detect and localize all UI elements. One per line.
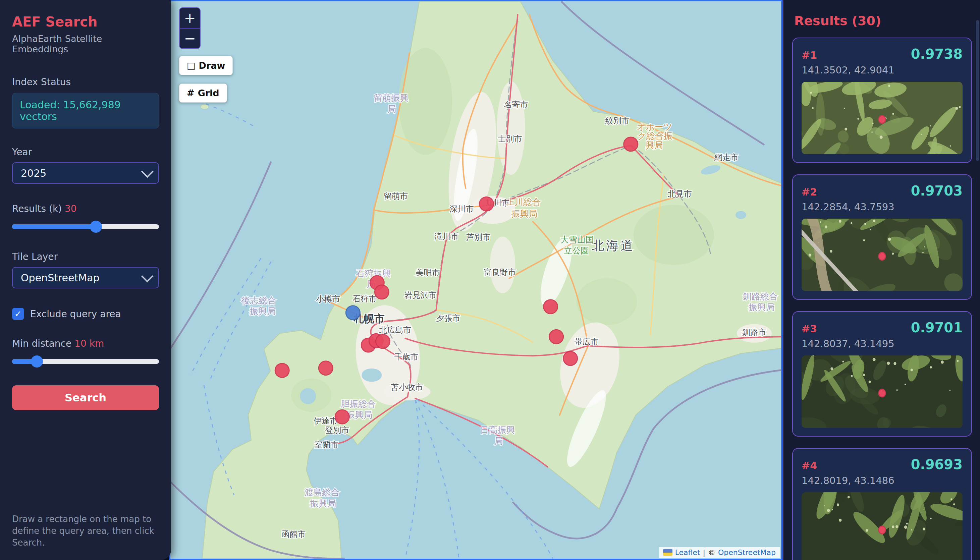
result-card[interactable]: #2 0.9703 142.2854, 43.7593: [792, 174, 972, 300]
map-label: 千歳市: [394, 352, 418, 362]
min-distance-label: Min distance 10 km: [12, 338, 159, 349]
min-distance-slider-knob[interactable]: [31, 355, 43, 368]
result-card[interactable]: #4 0.9693 142.8019, 43.1486: [792, 448, 972, 560]
draw-hint-text: Draw a rectangle on the map to define th…: [12, 513, 159, 548]
result-map-marker[interactable]: [624, 137, 638, 151]
map-label: 苫小牧市: [391, 383, 423, 392]
query-map-marker[interactable]: [346, 306, 360, 320]
search-button[interactable]: Search: [12, 385, 159, 410]
map-label: 紋別市: [605, 116, 630, 125]
map-label: 後志総合: [241, 295, 276, 305]
min-distance-label-text: Min distance: [12, 338, 72, 349]
tile-layer-select[interactable]: OpenStreetMap: [12, 267, 159, 288]
map-label: 興局: [646, 140, 663, 150]
map-attribution: Leaflet | © OpenStreetMap: [659, 547, 780, 558]
map-canvas[interactable]: 名寄市紋別市士別市網走市北見市留萌市旭川市深川市滝川市芦別市美唄市富良野市岩見沢…: [169, 0, 782, 560]
result-satellite-thumbnail: [802, 218, 963, 291]
tile-layer-select-value: OpenStreetMap: [21, 272, 100, 284]
map-label: 留萌振興: [373, 93, 408, 103]
results-panel: Results (30) #1 0.9738 141.3502, 42.9041…: [782, 0, 980, 560]
result-rank: #2: [802, 186, 817, 198]
map-label: 釧路市: [742, 328, 767, 337]
result-rank: #1: [802, 49, 817, 61]
result-card[interactable]: #3 0.9701 142.8037, 43.1495: [792, 311, 972, 437]
map-label: 岩見沢市: [404, 290, 436, 300]
result-coordinates: 142.8019, 43.1486: [802, 475, 963, 486]
zoom-in-button[interactable]: +: [180, 8, 200, 28]
map-label: 上川総合: [506, 197, 541, 207]
map-label: 芦別市: [467, 232, 491, 242]
map-label: 胆振総合: [341, 399, 376, 409]
thumbnail-location-dot: [879, 389, 886, 397]
app-subtitle: AlphaEarth Satellite Embeddings: [12, 33, 159, 54]
map-label: 夕張市: [436, 313, 460, 323]
results-list: #1 0.9738 141.3502, 42.9041 #2 0.9703 14…: [792, 38, 972, 560]
index-status-label: Index Status: [12, 77, 159, 88]
year-select-value: 2025: [21, 167, 46, 179]
map-label: 振興局: [310, 498, 336, 508]
index-status-value: Loaded: 15,662,989 vectors: [12, 93, 159, 128]
map-label: 振興局: [346, 410, 372, 420]
map-label: 振興局: [748, 302, 775, 312]
results-k-slider-fill: [12, 224, 96, 229]
result-map-marker[interactable]: [275, 363, 289, 378]
map-label: 釧路総合: [743, 292, 778, 302]
draw-button[interactable]: □Draw: [179, 56, 233, 75]
ukraine-flag-icon: [663, 549, 672, 556]
exclude-checkbox[interactable]: ✓: [12, 308, 24, 320]
results-k-slider-knob[interactable]: [90, 221, 102, 233]
tile-layer-label: Tile Layer: [12, 251, 159, 262]
map-label: 室蘭市: [314, 440, 338, 449]
map-label: 渡島総合: [305, 487, 339, 497]
result-map-marker[interactable]: [376, 334, 390, 348]
map-label: 滝川市: [434, 232, 458, 241]
results-scrollbar[interactable]: [976, 20, 979, 161]
result-card-header: #2 0.9703: [802, 183, 963, 198]
result-map-marker[interactable]: [549, 330, 563, 344]
grid-button[interactable]: #Grid: [179, 83, 227, 103]
result-card-header: #1 0.9738: [802, 46, 963, 62]
result-satellite-thumbnail: [802, 492, 963, 560]
min-distance-slider[interactable]: [12, 359, 159, 364]
zoom-control: + −: [179, 7, 200, 49]
zoom-out-button[interactable]: −: [180, 28, 200, 48]
leaflet-link[interactable]: Leaflet: [675, 548, 700, 557]
result-score: 0.9738: [911, 46, 963, 62]
result-map-marker[interactable]: [544, 300, 558, 314]
results-k-label: Results (k) 30: [12, 203, 159, 214]
thumbnail-location-dot: [879, 253, 886, 260]
map-label: 深川市: [449, 204, 473, 213]
map-label: 登別市: [325, 425, 349, 435]
map-label: 士別市: [498, 134, 522, 143]
thumbnail-location-dot: [879, 526, 886, 534]
result-score: 0.9703: [911, 183, 963, 198]
year-label: Year: [12, 147, 159, 158]
map-label: 函館市: [282, 530, 305, 539]
map-label: 振興局: [512, 208, 538, 218]
result-coordinates: 142.8037, 43.1495: [802, 338, 963, 349]
result-map-marker[interactable]: [480, 197, 494, 211]
results-header: Results (30): [794, 13, 972, 28]
map-label: 富良野市: [484, 268, 516, 277]
plus-icon: +: [184, 10, 195, 26]
year-select[interactable]: 2025: [12, 162, 159, 184]
map-label: 帯広市: [575, 337, 599, 347]
result-map-marker[interactable]: [563, 352, 578, 365]
result-map-marker[interactable]: [335, 410, 349, 424]
hokkaido-basemap: 名寄市紋別市士別市網走市北見市留萌市旭川市深川市滝川市芦別市美唄市富良野市岩見沢…: [170, 1, 781, 559]
result-score: 0.9693: [911, 457, 963, 472]
result-satellite-thumbnail: [802, 82, 963, 154]
result-map-marker[interactable]: [318, 361, 333, 375]
map-label: ク総合振: [637, 131, 672, 141]
result-score: 0.9701: [911, 320, 963, 335]
exclude-query-area-row[interactable]: ✓ Exclude query area: [12, 308, 159, 320]
result-coordinates: 141.3502, 42.9041: [802, 64, 963, 76]
copyright-symbol: ©: [708, 548, 715, 557]
result-card[interactable]: #1 0.9738 141.3502, 42.9041: [792, 38, 972, 163]
results-k-slider[interactable]: [12, 224, 159, 229]
map-label: オホーツ: [637, 122, 672, 132]
osm-link[interactable]: OpenStreetMap: [718, 548, 776, 557]
result-rank: #4: [802, 460, 817, 472]
result-map-marker[interactable]: [375, 285, 389, 299]
app-root: 名寄市紋別市士別市網走市北見市留萌市旭川市深川市滝川市芦別市美唄市富良野市岩見沢…: [0, 0, 980, 560]
